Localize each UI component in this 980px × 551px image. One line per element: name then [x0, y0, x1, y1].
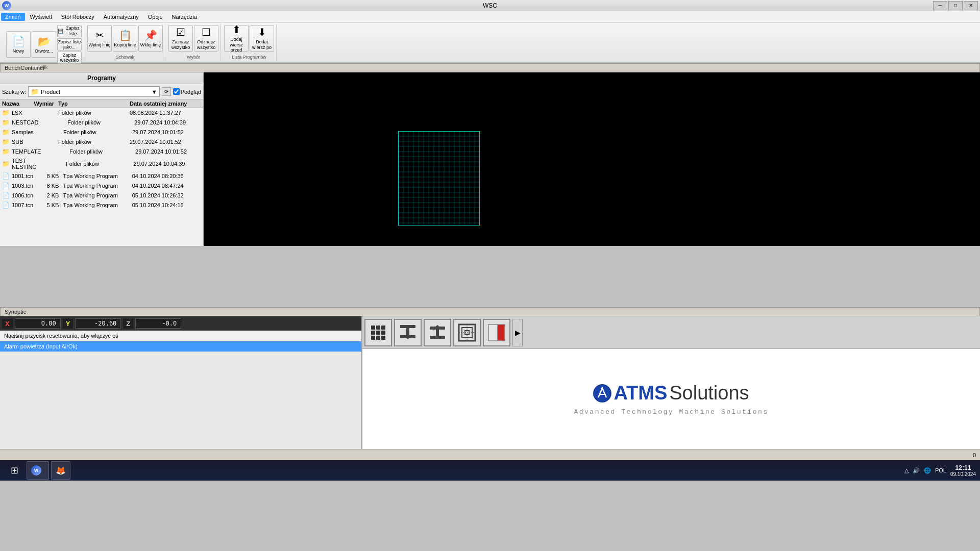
cut-button[interactable]: ✂ Wytnij linię	[87, 25, 112, 52]
save-all-label: Zapisz wszystko	[58, 53, 81, 63]
border-square-icon	[457, 322, 477, 343]
copy-label: Kopiuj linię	[114, 42, 136, 48]
menu-item-narzedzia[interactable]: Narzędzia	[168, 13, 202, 21]
menu-item-opcje[interactable]: Opcje	[144, 13, 167, 21]
col-header-size: Wymiar	[28, 101, 58, 107]
tray-icon-3: 🌐	[924, 467, 931, 474]
titlebar-controls: ─ □ ✕	[933, 1, 978, 10]
file-type: Tpa Working Program	[63, 183, 132, 189]
save-list-button[interactable]: 💾 Zapisz listę	[57, 25, 82, 37]
synoptic-label: Synoptic	[0, 307, 980, 316]
taskbar-right: △ 🔊 🌐 POL 12:11 09.10.2024	[904, 464, 976, 477]
tray-icon-2: 🔊	[913, 467, 920, 474]
programs-panel: Programy Szukaj w: 📁 Product ▼ ⟳ Podgląd…	[0, 72, 204, 246]
status-area: Naciśnij przycisk resetowania, aby włącz…	[0, 331, 361, 449]
file-type: Folder plików	[58, 139, 130, 145]
toolbar-group-wybor: ☑ Zaznacz wszystko ☐ Odznacz wszystko Wy…	[166, 24, 221, 61]
file-row[interactable]: 📁 LSX Folder plików 08.08.2024 11:37:27	[0, 108, 203, 118]
search-value: Product	[41, 89, 60, 95]
file-list-body: 📁 LSX Folder plików 08.08.2024 11:37:27 …	[0, 108, 203, 246]
machine-toolbar: ▶	[362, 316, 980, 349]
select-all-icon: ☑	[176, 26, 185, 38]
x-value: 0.00	[15, 318, 61, 329]
right-bottom-panel: ▶ ATMS Solutions Advance	[362, 316, 980, 449]
file-icon: 📄	[2, 202, 10, 209]
deselect-all-button[interactable]: ☐ Odznacz wszystko	[194, 25, 218, 52]
file-date: 29.07.2024 10:01:52	[135, 148, 201, 155]
file-name: 1003.tcn	[12, 183, 33, 189]
file-row[interactable]: 📁 SUB Folder plików 29.07.2024 10:01:52	[0, 137, 203, 147]
z-label: Z	[123, 319, 133, 329]
minimize-button[interactable]: ─	[933, 1, 947, 10]
cut-icon: ✂	[95, 29, 104, 41]
svg-rect-39	[436, 330, 439, 336]
add-row-after-button[interactable]: ⬇ Dodaj wiersz po	[250, 25, 274, 52]
svg-point-50	[601, 387, 603, 389]
menu-item-stol[interactable]: Stół Roboczy	[57, 13, 99, 21]
bottom-area: X 0.00 Y -20.60 Z -0.0 Naciśnij przycisk…	[0, 316, 980, 449]
open-button[interactable]: 📂 Otwórz...	[32, 31, 56, 58]
file-row[interactable]: 📄 1001.tcn 8 KB Tpa Working Program 04.1…	[0, 171, 203, 181]
menubar: Zmień Wyświetl Stół Roboczy Automatyczny…	[0, 11, 980, 22]
save-all-button[interactable]: Zapisz wszystko	[57, 52, 82, 64]
file-row[interactable]: 📄 1003.tcn 8 KB Tpa Working Program 04.1…	[0, 181, 203, 191]
taskbar-app-2[interactable]: 🦊	[51, 461, 70, 480]
toolbar-group-schowek: ✂ Wytnij linię 📋 Kopiuj linię 📌 Wklej li…	[85, 24, 165, 61]
preview-checkbox[interactable]	[173, 88, 180, 95]
svg-rect-47	[488, 324, 498, 341]
clamp-down-button[interactable]	[394, 319, 422, 346]
copy-icon: 📋	[119, 29, 132, 41]
file-icon: 📄	[2, 172, 10, 180]
start-button[interactable]: ⊞	[4, 461, 24, 480]
file-row[interactable]: 📄 1006.tcn 2 KB Tpa Working Program 05.1…	[0, 191, 203, 201]
file-size: 2 KB	[33, 192, 63, 198]
preview-panel	[204, 72, 980, 246]
grid-dots-button[interactable]	[364, 319, 392, 346]
red-block-button[interactable]	[483, 319, 510, 346]
clock[interactable]: 12:11 09.10.2024	[950, 464, 976, 477]
expand-arrow-button[interactable]: ▶	[512, 319, 523, 346]
border-square-button[interactable]	[453, 319, 481, 346]
z-value: -0.0	[135, 318, 181, 329]
file-list-header: Nazwa Wymiar Typ Data ostatniej zmiany	[0, 99, 203, 108]
file-name: NESTCAD	[12, 119, 39, 126]
file-row[interactable]: 📁 NESTCAD Folder plików 29.07.2024 10:04…	[0, 118, 203, 128]
file-type: Folder plików	[58, 110, 130, 116]
paste-button[interactable]: 📌 Wklej linię	[138, 25, 163, 52]
menu-item-zmien[interactable]: Zmień	[1, 13, 25, 21]
open-label: Otwórz...	[35, 48, 53, 54]
file-row[interactable]: 📁 TEST NESTING Folder plików 29.07.2024 …	[0, 157, 203, 171]
preview-label: Podgląd	[181, 89, 201, 95]
titlebar: W WSC ─ □ ✕	[0, 0, 980, 11]
file-row[interactable]: 📄 1007.tcn 5 KB Tpa Working Program 05.1…	[0, 201, 203, 210]
menu-item-wyswietl[interactable]: Wyświetl	[26, 13, 56, 21]
add-row-before-button[interactable]: ⬆ Dodaj wiersz przed	[224, 25, 249, 52]
file-name: TEMPLATE	[12, 148, 41, 155]
file-size: 8 KB	[33, 173, 63, 179]
menu-item-auto[interactable]: Automatyczny	[100, 13, 143, 21]
file-date: 29.07.2024 10:04:39	[134, 119, 201, 126]
search-label: Szukaj w:	[2, 89, 26, 95]
refresh-button[interactable]: ⟳	[162, 87, 171, 96]
save-list-as-button[interactable]: Zapisz listę jako...	[57, 38, 82, 51]
clamp-up-button[interactable]	[424, 319, 451, 346]
atms-circle-icon	[593, 384, 611, 403]
maximize-button[interactable]: □	[948, 1, 963, 10]
file-list: Nazwa Wymiar Typ Data ostatniej zmiany 📁…	[0, 99, 203, 246]
toolbar-schowek-buttons: ✂ Wytnij linię 📋 Kopiuj linię 📌 Wklej li…	[87, 25, 163, 52]
select-all-button[interactable]: ☑ Zaznacz wszystko	[168, 25, 193, 52]
search-dropdown[interactable]: 📁 Product ▼	[28, 86, 160, 97]
file-date: 29.07.2024 10:04:39	[134, 161, 201, 167]
preview-checkbox-area[interactable]: Podgląd	[173, 88, 201, 95]
file-name: 1001.tcn	[12, 173, 33, 179]
close-button[interactable]: ✕	[964, 1, 978, 10]
atms-logo: ATMS Solutions	[593, 382, 749, 404]
atms-logo-icon	[593, 384, 611, 403]
file-row[interactable]: 📁 Samples Folder plików 29.07.2024 10:01…	[0, 128, 203, 137]
new-button[interactable]: 📄 Nowy	[6, 31, 31, 58]
search-bar: Szukaj w: 📁 Product ▼ ⟳ Podgląd	[0, 84, 203, 99]
file-row[interactable]: 📁 TEMPLATE Folder plików 29.07.2024 10:0…	[0, 147, 203, 157]
toolbar-plik-buttons: 📄 Nowy 📂 Otwórz... 💾 Zapisz listę Zapisz…	[6, 25, 82, 64]
taskbar-app-wsc[interactable]: W	[27, 461, 49, 480]
copy-button[interactable]: 📋 Kopiuj linię	[113, 25, 137, 52]
